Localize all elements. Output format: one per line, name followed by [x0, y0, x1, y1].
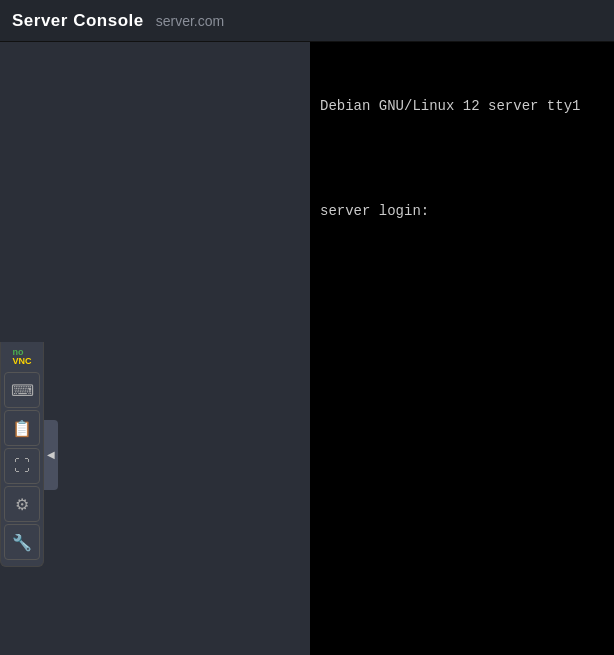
settings-button[interactable]: ⚙ — [4, 486, 40, 522]
terminal-content: Debian GNU/Linux 12 server tty1 server l… — [310, 42, 614, 276]
terminal-area[interactable]: Debian GNU/Linux 12 server tty1 server l… — [310, 42, 614, 655]
novnc-logo-text: no VNC — [12, 348, 31, 366]
main-content: no VNC ⌨ 📋 ⛶ ⚙ 🔧 ◀ Debian GNU/Linux 12 s… — [0, 42, 614, 655]
novnc-logo: no VNC — [2, 342, 42, 370]
sidebar-buttons: ⌨ 📋 ⛶ ⚙ 🔧 — [2, 370, 42, 562]
novnc-logo-panel: no VNC ⌨ 📋 ⛶ ⚙ 🔧 — [0, 342, 44, 567]
app-title: Server Console — [12, 11, 144, 31]
header: Server Console server.com — [0, 0, 614, 42]
tools-button[interactable]: 🔧 — [4, 524, 40, 560]
fullscreen-button[interactable]: ⛶ — [4, 448, 40, 484]
novnc-sidebar: no VNC ⌨ 📋 ⛶ ⚙ 🔧 ◀ — [0, 342, 58, 567]
keyboard-button[interactable]: ⌨ — [4, 372, 40, 408]
terminal-line-3: server login: — [320, 201, 604, 222]
novnc-vnc-text: VNC — [12, 356, 31, 366]
server-address: server.com — [156, 13, 224, 29]
terminal-line-1: Debian GNU/Linux 12 server tty1 — [320, 96, 604, 117]
clipboard-button[interactable]: 📋 — [4, 410, 40, 446]
sidebar-toggle-button[interactable]: ◀ — [44, 420, 58, 490]
chevron-left-icon: ◀ — [47, 449, 55, 460]
